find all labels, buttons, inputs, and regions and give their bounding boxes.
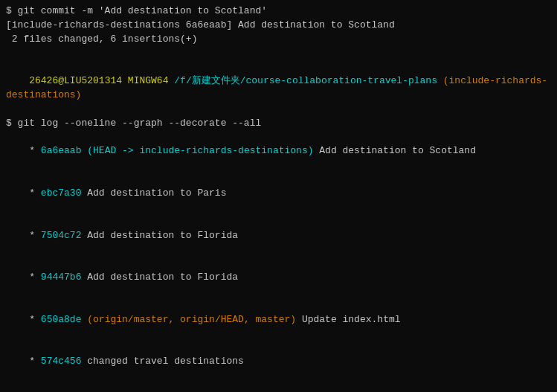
head-label: (HEAD -> include-richards-destinations) bbox=[87, 145, 313, 156]
git-log-line4: * 94447b6 Add destination to Florida bbox=[6, 257, 551, 299]
line-blank1 bbox=[6, 47, 551, 61]
git-log-line5: * 650a8de (origin/master, origin/HEAD, m… bbox=[6, 299, 551, 341]
git-log-line6: * 574c456 changed travel destinations bbox=[6, 341, 551, 383]
git-log-line3: * 7504c72 Add destination to Florida bbox=[6, 215, 551, 257]
terminal-window: $ git commit -m 'Add destination to Scot… bbox=[6, 4, 551, 392]
prompt-app1: MINGW64 bbox=[128, 75, 169, 86]
hash-94447b6: 94447b6 bbox=[41, 271, 82, 283]
line-log-cmd: $ git log --oneline --graph --decorate -… bbox=[6, 117, 551, 131]
git-log-line1: * 6a6eaab (HEAD -> include-richards-dest… bbox=[6, 131, 551, 173]
hash-650a8de: 650a8de bbox=[41, 314, 82, 325]
git-log-line2: * ebc7a30 Add destination to Paris bbox=[6, 173, 551, 215]
git-log-line7: * 9039cf9 changed to Sao Paolo bbox=[6, 383, 551, 392]
hash-6a6eaab: 6a6eaab bbox=[41, 145, 82, 156]
line-commit-result2: 2 files changed, 6 insertions(+) bbox=[6, 33, 551, 47]
hash-7504c72: 7504c72 bbox=[41, 230, 82, 241]
hash-574c456: 574c456 bbox=[41, 356, 82, 367]
prompt-line1: 26426@LIU5201314 MINGW64 /f/新建文件夹/course… bbox=[6, 60, 551, 116]
line-commit-cmd: $ git commit -m 'Add destination to Scot… bbox=[6, 4, 551, 19]
hash-ebc7a30: ebc7a30 bbox=[41, 187, 82, 199]
prompt-user1: 26426@LIU5201314 bbox=[29, 75, 122, 86]
origin-master-label: (origin/master, origin/HEAD, master) bbox=[87, 314, 296, 325]
prompt-path1: /f/新建文件夹/course-collaboration-travel-pla… bbox=[174, 75, 437, 86]
line-commit-result1: [include-richards-destinations 6a6eaab] … bbox=[6, 19, 551, 33]
